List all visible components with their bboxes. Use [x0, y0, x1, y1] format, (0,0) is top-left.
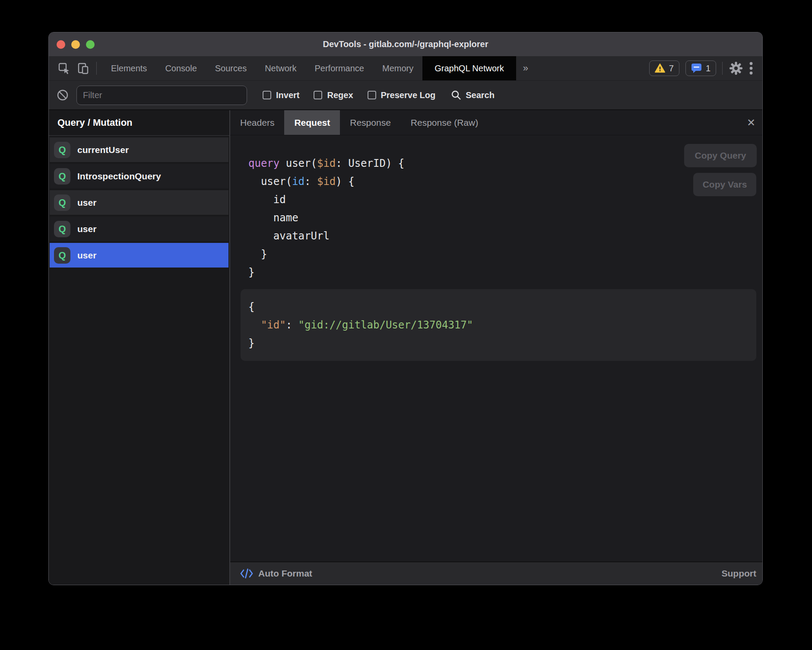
main-toolbar: ElementsConsoleSourcesNetworkPerformance… — [49, 56, 762, 81]
request-label: currentUser — [77, 145, 129, 155]
request-label: user — [77, 224, 96, 234]
checkbox-label: Invert — [276, 90, 299, 100]
message-count: 1 — [706, 64, 710, 73]
close-window-button[interactable] — [57, 40, 65, 49]
titlebar: DevTools - gitlab.com/-/graphql-explorer — [49, 32, 762, 56]
message-icon — [691, 63, 702, 73]
graphql-query-code: query user($id: UserID) { user(id: $id) … — [230, 135, 762, 281]
close-detail-icon[interactable]: ✕ — [747, 110, 755, 135]
checkbox-preserve-log[interactable]: Preserve Log — [368, 90, 436, 100]
code-line: "id": "gid://gitlab/User/13704317" — [248, 316, 749, 334]
code-line: { — [248, 298, 749, 316]
more-options-icon[interactable] — [749, 61, 753, 75]
devtools-window: DevTools - gitlab.com/-/graphql-explorer… — [48, 32, 763, 585]
device-toolbar-icon[interactable] — [77, 62, 89, 75]
code-line: } — [248, 263, 762, 281]
checkbox-label: Regex — [327, 90, 353, 100]
search-control[interactable]: Search — [451, 90, 495, 100]
detail-tab-response-raw-[interactable]: Response (Raw) — [401, 110, 488, 135]
query-type-badge: Q — [54, 142, 70, 158]
checkbox-box[interactable] — [368, 91, 376, 99]
request-label: user — [77, 250, 96, 261]
warnings-badge[interactable]: 7 — [649, 61, 679, 76]
checkbox-invert[interactable]: Invert — [263, 90, 299, 100]
traffic-lights — [49, 40, 95, 49]
window-title: DevTools - gitlab.com/-/graphql-explorer — [49, 39, 762, 49]
checkbox-box[interactable] — [314, 91, 322, 99]
tab-network[interactable]: Network — [256, 56, 305, 80]
more-tabs-chevron-icon[interactable]: » — [516, 56, 535, 80]
code-line: name — [248, 209, 762, 227]
detail-tab-response[interactable]: Response — [340, 110, 401, 135]
tab-performance[interactable]: Performance — [306, 56, 374, 80]
request-sidebar: Query / Mutation QcurrentUserQIntrospect… — [49, 110, 230, 585]
warning-icon — [655, 64, 665, 73]
settings-gear-icon[interactable] — [729, 61, 743, 76]
auto-format-label: Auto Format — [258, 568, 312, 579]
request-detail-panel: HeadersRequestResponseResponse (Raw)✕ qu… — [230, 110, 762, 585]
request-row-user[interactable]: Quser — [50, 190, 228, 215]
code-brackets-icon — [240, 568, 253, 579]
detail-footer: Auto Format Support — [230, 561, 762, 585]
request-row-IntrospectionQuery[interactable]: QIntrospectionQuery — [50, 164, 228, 188]
filter-input[interactable] — [76, 86, 247, 105]
detail-tabs: HeadersRequestResponseResponse (Raw)✕ — [230, 110, 762, 135]
tab-memory[interactable]: Memory — [373, 56, 422, 80]
code-line: } — [248, 334, 749, 352]
copy-vars-button[interactable]: Copy Vars — [693, 173, 756, 196]
clear-block-icon[interactable] — [57, 89, 69, 101]
inspect-element-icon[interactable] — [58, 63, 70, 74]
query-type-badge: Q — [54, 221, 70, 237]
issues-badge[interactable]: 1 — [685, 61, 716, 76]
copy-query-button[interactable]: Copy Query — [684, 144, 757, 167]
code-line: avatarUrl — [248, 227, 762, 245]
warning-count: 7 — [669, 64, 674, 73]
minimize-window-button[interactable] — [71, 40, 80, 49]
detail-tab-headers[interactable]: Headers — [230, 110, 284, 135]
request-label: user — [77, 198, 96, 208]
sidebar-header: Query / Mutation — [49, 110, 229, 136]
request-label: IntrospectionQuery — [77, 171, 161, 182]
search-label: Search — [466, 90, 495, 100]
code-line: } — [248, 245, 762, 263]
tab-sources[interactable]: Sources — [206, 56, 256, 80]
zoom-window-button[interactable] — [86, 40, 95, 49]
query-type-badge: Q — [54, 247, 70, 264]
checkbox-regex[interactable]: Regex — [314, 90, 353, 100]
code-line: id — [248, 191, 762, 209]
detail-tab-request[interactable]: Request — [284, 110, 340, 135]
request-detail-body: query user($id: UserID) { user(id: $id) … — [230, 135, 762, 561]
checkbox-box[interactable] — [263, 91, 271, 99]
tab-elements[interactable]: Elements — [102, 56, 156, 80]
query-type-badge: Q — [54, 168, 70, 185]
graphql-variables-box: { "id": "gid://gitlab/User/13704317"} — [241, 289, 756, 361]
toolbar-separator — [722, 62, 723, 75]
panel-tabs: ElementsConsoleSourcesNetworkPerformance… — [102, 56, 535, 80]
auto-format-button[interactable]: Auto Format — [240, 568, 312, 579]
request-row-user[interactable]: Quser — [50, 217, 228, 241]
request-row-currentUser[interactable]: QcurrentUser — [50, 137, 228, 162]
filter-options: InvertRegexPreserve Log — [263, 90, 435, 100]
checkbox-label: Preserve Log — [381, 90, 436, 100]
request-row-user[interactable]: Quser — [50, 243, 228, 268]
request-list: QcurrentUserQIntrospectionQueryQuserQuse… — [49, 136, 229, 269]
content-area: Query / Mutation QcurrentUserQIntrospect… — [49, 110, 762, 585]
support-link[interactable]: Support — [722, 568, 756, 579]
toolbar-separator — [96, 62, 97, 75]
code-line: user(id: $id) { — [248, 172, 762, 191]
query-type-badge: Q — [54, 194, 70, 211]
tab-graphql-network-active[interactable]: GraphQL Network — [422, 56, 516, 80]
search-icon — [451, 90, 461, 100]
filter-bar: InvertRegexPreserve Log Search — [49, 81, 762, 110]
tab-console[interactable]: Console — [156, 56, 206, 80]
